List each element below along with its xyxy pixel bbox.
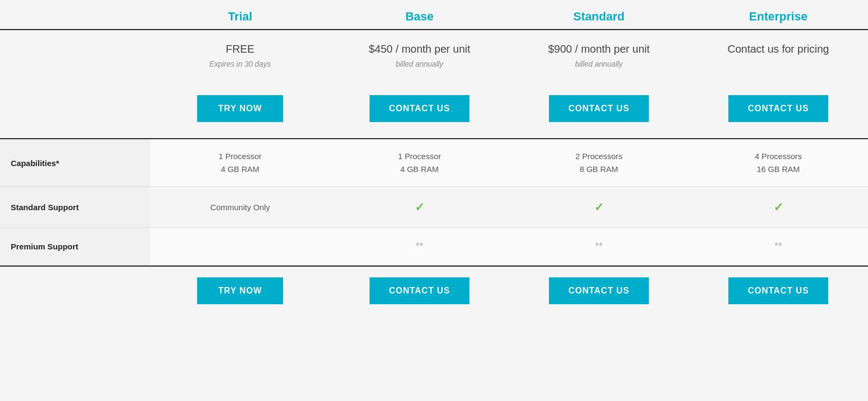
try-now-button-top[interactable]: TRY NOW [197, 95, 283, 122]
price-enterprise: Contact us for pricing [689, 30, 868, 84]
btn-cell-standard-bottom: CONTACT US [509, 267, 689, 320]
standard-support-trial: Community Only [150, 187, 330, 228]
premium-support-standard: ** [509, 228, 689, 266]
standard-support-label: Standard Support [0, 187, 150, 228]
pricing-table: Trial Base Standard Enterprise FREE Expi… [0, 0, 868, 320]
capabilities-trial: 1 Processor4 GB RAM [150, 139, 330, 187]
price-sub-base: billed annually [341, 60, 498, 68]
plan-header-trial: Trial [150, 0, 330, 30]
contact-us-button-enterprise-bottom[interactable]: CONTACT US [728, 277, 828, 304]
btn-cell-standard-top: CONTACT US [509, 84, 689, 138]
btn-cell-enterprise-bottom: CONTACT US [689, 267, 868, 320]
price-standard: $900 / month per unit billed annually [509, 30, 689, 84]
try-now-button-bottom[interactable]: TRY NOW [197, 277, 283, 304]
price-trial: FREE Expires in 30 days [150, 30, 330, 84]
btn-cell-enterprise-top: CONTACT US [689, 84, 868, 138]
pricing-grid: Trial Base Standard Enterprise FREE Expi… [0, 0, 868, 320]
price-main-base: $450 / month per unit [341, 43, 498, 55]
plan-header-standard: Standard [509, 0, 689, 30]
check-icon-standard: ✓ [594, 198, 604, 217]
btn-cell-trial-top: TRY NOW [150, 84, 330, 138]
premium-support-trial [150, 228, 330, 266]
capabilities-base: 1 Processor4 GB RAM [330, 139, 509, 187]
contact-us-button-standard-top[interactable]: CONTACT US [549, 95, 649, 122]
premium-support-enterprise: ** [689, 228, 868, 266]
capabilities-label: Capabilities* [0, 139, 150, 187]
btn-label-empty-top [0, 84, 150, 138]
premium-support-base: ** [330, 228, 509, 266]
price-label-empty [0, 30, 150, 84]
price-sub-trial: Expires in 30 days [161, 60, 319, 68]
contact-us-button-base-top[interactable]: CONTACT US [370, 95, 469, 122]
header-empty [0, 0, 150, 30]
premium-support-label: Premium Support [0, 228, 150, 266]
btn-cell-base-top: CONTACT US [330, 84, 509, 138]
btn-cell-base-bottom: CONTACT US [330, 267, 509, 320]
price-main-trial: FREE [161, 43, 319, 55]
btn-label-empty-bottom [0, 267, 150, 320]
check-icon-base: ✓ [415, 198, 424, 217]
standard-support-base: ✓ [330, 187, 509, 228]
price-base: $450 / month per unit billed annually [330, 30, 509, 84]
capabilities-standard: 2 Processors8 GB RAM [509, 139, 689, 187]
price-main-enterprise: Contact us for pricing [699, 43, 857, 55]
standard-support-enterprise: ✓ [689, 187, 868, 228]
btn-cell-trial-bottom: TRY NOW [150, 267, 330, 320]
contact-us-button-standard-bottom[interactable]: CONTACT US [549, 277, 649, 304]
price-sub-standard: billed annually [520, 60, 678, 68]
plan-header-enterprise: Enterprise [689, 0, 868, 30]
standard-support-standard: ✓ [509, 187, 689, 228]
check-icon-enterprise: ✓ [773, 198, 783, 217]
plan-header-base: Base [330, 0, 509, 30]
price-main-standard: $900 / month per unit [520, 43, 678, 55]
capabilities-enterprise: 4 Processors16 GB RAM [689, 139, 868, 187]
contact-us-button-enterprise-top[interactable]: CONTACT US [728, 95, 828, 122]
contact-us-button-base-bottom[interactable]: CONTACT US [370, 277, 469, 304]
